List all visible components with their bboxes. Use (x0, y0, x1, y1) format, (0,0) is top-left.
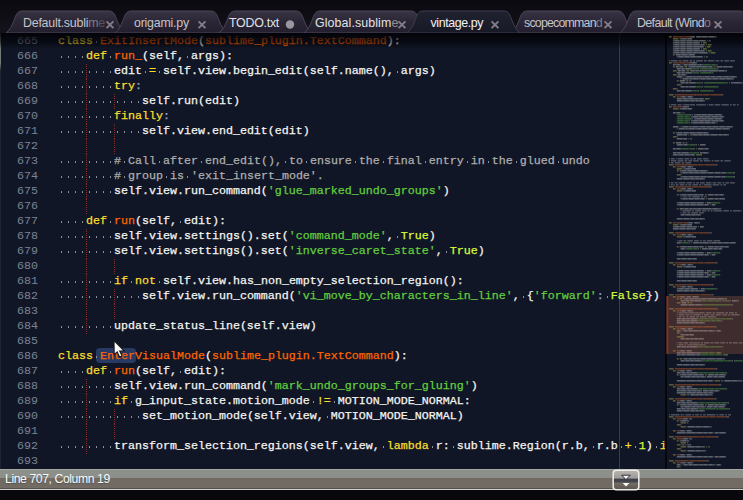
svg-text:Default.sublime: Default.sublime (23, 16, 105, 30)
svg-text:scopecommand: scopecommand (524, 16, 603, 30)
svg-text:Global.sublime: Global.sublime (315, 16, 398, 30)
svg-text:TODO.txt: TODO.txt (229, 16, 280, 30)
svg-text:Default (Windo: Default (Windo (637, 16, 711, 30)
svg-text:vintage.py: vintage.py (431, 16, 485, 30)
svg-text:origami.py: origami.py (134, 16, 190, 30)
